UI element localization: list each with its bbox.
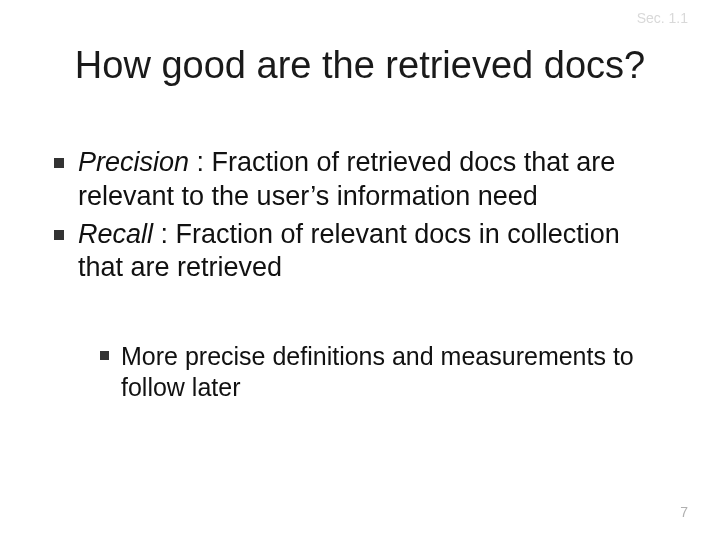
bullet-item: Recall : Fraction of relevant docs in co… — [54, 218, 672, 286]
bullet-text: Precision : Fraction of retrieved docs t… — [78, 146, 672, 214]
bullet-marker-icon — [54, 230, 64, 240]
section-label: Sec. 1.1 — [637, 10, 688, 26]
bullet-marker-icon — [100, 351, 109, 360]
bullet-item: Precision : Fraction of retrieved docs t… — [54, 146, 672, 214]
sub-bullet-text: More precise definitions and measurement… — [121, 341, 672, 404]
bullet-text: Recall : Fraction of relevant docs in co… — [78, 218, 672, 286]
bullet-term: Recall — [78, 219, 153, 249]
bullet-definition: : Fraction of relevant docs in collectio… — [78, 219, 620, 283]
slide-body: Precision : Fraction of retrieved docs t… — [54, 146, 672, 404]
bullet-term: Precision — [78, 147, 189, 177]
page-number: 7 — [680, 504, 688, 520]
sub-bullet-item: More precise definitions and measurement… — [100, 341, 672, 404]
sub-bullet-list: More precise definitions and measurement… — [100, 341, 672, 404]
slide-title: How good are the retrieved docs? — [0, 44, 720, 87]
bullet-marker-icon — [54, 158, 64, 168]
